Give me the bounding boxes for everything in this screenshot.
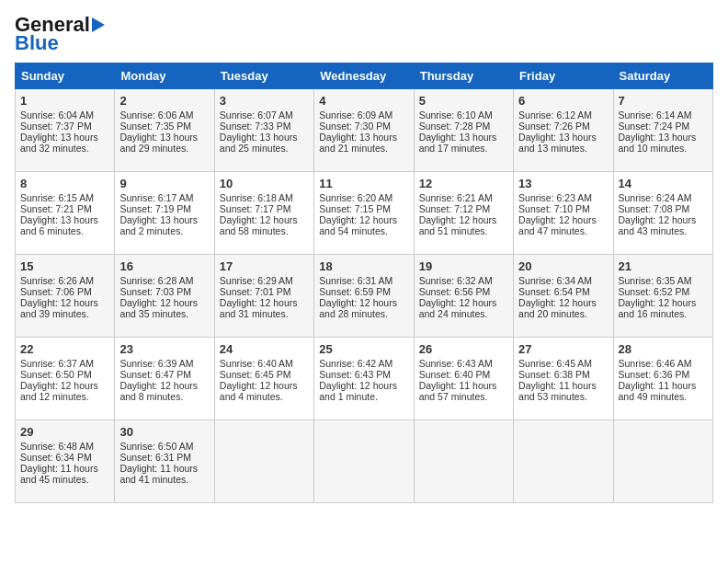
daylight-label: Daylight: 11 hours and 53 minutes. (518, 380, 597, 402)
calendar-week-4: 22 Sunrise: 6:37 AM Sunset: 6:50 PM Dayl… (16, 338, 713, 420)
sunset: Sunset: 7:08 PM (619, 203, 690, 214)
sunrise: Sunrise: 6:39 AM (119, 358, 193, 369)
sunrise: Sunrise: 6:17 AM (119, 192, 193, 203)
calendar-cell: 3 Sunrise: 6:07 AM Sunset: 7:33 PM Dayli… (214, 89, 313, 172)
day-number: 14 (619, 177, 708, 190)
calendar-cell: 16 Sunrise: 6:28 AM Sunset: 7:03 PM Dayl… (115, 255, 214, 338)
sunrise: Sunrise: 6:23 AM (518, 192, 592, 203)
daylight-label: Daylight: 12 hours and 20 minutes. (518, 297, 597, 319)
calendar-table: SundayMondayTuesdayWednesdayThursdayFrid… (15, 63, 713, 503)
daylight-label: Daylight: 13 hours and 2 minutes. (119, 214, 198, 236)
day-number: 10 (220, 177, 309, 190)
day-number: 19 (419, 259, 508, 273)
day-number: 13 (518, 177, 608, 190)
day-number: 15 (20, 259, 109, 273)
sunrise: Sunrise: 6:09 AM (319, 109, 392, 121)
calendar-cell: 26 Sunrise: 6:43 AM Sunset: 6:40 PM Dayl… (414, 338, 513, 420)
sunset: Sunset: 7:10 PM (518, 203, 590, 214)
calendar-cell: 17 Sunrise: 6:29 AM Sunset: 7:01 PM Dayl… (214, 255, 313, 338)
sunset: Sunset: 6:36 PM (619, 369, 690, 380)
day-number: 30 (119, 425, 209, 439)
day-number: 18 (319, 259, 408, 273)
daylight-label: Daylight: 12 hours and 12 minutes. (20, 380, 98, 402)
sunset: Sunset: 7:12 PM (419, 203, 491, 214)
sunrise: Sunrise: 6:06 AM (119, 109, 193, 121)
sunrise: Sunrise: 6:10 AM (419, 109, 493, 121)
day-number: 20 (518, 259, 608, 273)
day-number: 16 (119, 259, 209, 273)
sunrise: Sunrise: 6:45 AM (518, 358, 592, 369)
sunset: Sunset: 6:45 PM (220, 369, 291, 380)
calendar-cell: 14 Sunrise: 6:24 AM Sunset: 7:08 PM Dayl… (613, 172, 712, 255)
sunrise: Sunrise: 6:18 AM (220, 192, 293, 203)
day-number: 29 (20, 425, 109, 439)
day-number: 5 (419, 94, 508, 108)
daylight-label: Daylight: 12 hours and 43 minutes. (619, 214, 697, 236)
calendar-cell: 21 Sunrise: 6:35 AM Sunset: 6:52 PM Dayl… (613, 255, 712, 338)
sunset: Sunset: 6:54 PM (518, 286, 590, 297)
sunset: Sunset: 6:59 PM (319, 286, 391, 297)
sunset: Sunset: 7:17 PM (220, 203, 291, 214)
calendar-week-2: 8 Sunrise: 6:15 AM Sunset: 7:21 PM Dayli… (16, 172, 713, 255)
day-number: 27 (518, 342, 608, 356)
daylight-label: Daylight: 13 hours and 21 minutes. (319, 132, 397, 154)
daylight-label: Daylight: 13 hours and 29 minutes. (119, 132, 198, 154)
calendar-cell: 19 Sunrise: 6:32 AM Sunset: 6:56 PM Dayl… (414, 255, 513, 338)
day-number: 22 (20, 342, 109, 356)
day-number: 4 (319, 94, 408, 108)
sunset: Sunset: 7:28 PM (419, 121, 491, 132)
sunrise: Sunrise: 6:07 AM (220, 109, 293, 121)
daylight-label: Daylight: 11 hours and 45 minutes. (20, 463, 98, 485)
logo-blue-text: Blue (15, 33, 59, 53)
sunset: Sunset: 6:47 PM (119, 369, 191, 380)
day-number: 7 (619, 94, 708, 108)
daylight-label: Daylight: 12 hours and 51 minutes. (419, 214, 497, 236)
sunrise: Sunrise: 6:28 AM (119, 275, 193, 286)
daylight-label: Daylight: 12 hours and 35 minutes. (119, 297, 198, 319)
sunrise: Sunrise: 6:48 AM (20, 441, 94, 452)
daylight-label: Daylight: 12 hours and 39 minutes. (20, 297, 98, 319)
calendar-cell: 10 Sunrise: 6:18 AM Sunset: 7:17 PM Dayl… (214, 172, 313, 255)
calendar-cell: 13 Sunrise: 6:23 AM Sunset: 7:10 PM Dayl… (514, 172, 613, 255)
sunrise: Sunrise: 6:15 AM (20, 192, 94, 203)
sunrise: Sunrise: 6:20 AM (319, 192, 392, 203)
sunset: Sunset: 7:21 PM (20, 203, 92, 214)
daylight-label: Daylight: 12 hours and 1 minute. (319, 380, 397, 402)
sunset: Sunset: 7:26 PM (518, 121, 590, 132)
daylight-label: Daylight: 13 hours and 13 minutes. (518, 132, 597, 154)
sunset: Sunset: 7:03 PM (119, 286, 191, 297)
day-number: 11 (319, 177, 408, 190)
calendar-cell (613, 420, 712, 503)
sunrise: Sunrise: 6:34 AM (518, 275, 592, 286)
calendar-cell: 5 Sunrise: 6:10 AM Sunset: 7:28 PM Dayli… (414, 89, 513, 172)
sunrise: Sunrise: 6:43 AM (419, 358, 493, 369)
calendar-cell: 12 Sunrise: 6:21 AM Sunset: 7:12 PM Dayl… (414, 172, 513, 255)
calendar-cell (514, 420, 613, 503)
daylight-label: Daylight: 12 hours and 4 minutes. (220, 380, 298, 402)
calendar-cell (314, 420, 414, 503)
sunrise: Sunrise: 6:32 AM (419, 275, 493, 286)
day-number: 17 (220, 259, 309, 273)
calendar-cell: 23 Sunrise: 6:39 AM Sunset: 6:47 PM Dayl… (115, 338, 214, 420)
sunset: Sunset: 7:01 PM (220, 286, 291, 297)
calendar-cell: 29 Sunrise: 6:48 AM Sunset: 6:34 PM Dayl… (16, 420, 115, 503)
daylight-label: Daylight: 11 hours and 41 minutes. (119, 463, 198, 485)
sunset: Sunset: 6:31 PM (119, 452, 191, 463)
sunrise: Sunrise: 6:04 AM (20, 109, 94, 121)
calendar-week-5: 29 Sunrise: 6:48 AM Sunset: 6:34 PM Dayl… (16, 420, 713, 503)
calendar-cell: 11 Sunrise: 6:20 AM Sunset: 7:15 PM Dayl… (314, 172, 414, 255)
logo-arrow-icon (92, 17, 105, 32)
daylight-label: Daylight: 13 hours and 25 minutes. (220, 132, 298, 154)
calendar-cell: 4 Sunrise: 6:09 AM Sunset: 7:30 PM Dayli… (314, 89, 414, 172)
calendar-cell: 8 Sunrise: 6:15 AM Sunset: 7:21 PM Dayli… (16, 172, 115, 255)
daylight-label: Daylight: 13 hours and 32 minutes. (20, 132, 98, 154)
sunrise: Sunrise: 6:26 AM (20, 275, 94, 286)
day-number: 1 (20, 94, 109, 108)
sunset: Sunset: 7:19 PM (119, 203, 191, 214)
sunset: Sunset: 7:37 PM (20, 121, 92, 132)
sunrise: Sunrise: 6:42 AM (319, 358, 392, 369)
calendar-cell (214, 420, 313, 503)
daylight-label: Daylight: 13 hours and 17 minutes. (419, 132, 497, 154)
daylight-label: Daylight: 12 hours and 24 minutes. (419, 297, 497, 319)
day-number: 23 (119, 342, 209, 356)
